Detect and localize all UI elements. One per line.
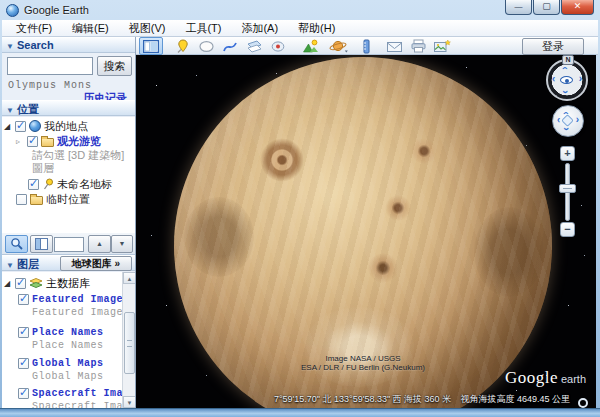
menu-view[interactable]: 视图(V) <box>119 21 176 36</box>
pan-hand-icon <box>561 114 574 127</box>
tree-item-temporary-places[interactable]: 临时位置 <box>16 192 90 206</box>
panel-icon <box>35 238 48 250</box>
search-history-item[interactable]: Olympus Mons <box>8 80 92 91</box>
print-button[interactable] <box>406 37 430 55</box>
menu-help[interactable]: 帮助(H) <box>288 21 345 36</box>
menu-add[interactable]: 添加(A) <box>231 21 288 36</box>
login-button[interactable]: 登录 <box>522 38 584 55</box>
primary-database-checkbox[interactable] <box>15 278 26 289</box>
zoom-in-button[interactable]: + <box>560 146 575 161</box>
tree-item-unnamed-placemark[interactable]: 未命名地标 <box>28 177 112 191</box>
window-title: Google Earth <box>24 4 89 16</box>
attribution-line1: Image NASA / USGS <box>253 354 473 363</box>
places-tree: ◢ 我的地点 ▹ 观光游览 請勾選 [3D 建築物] 圖層 未命名地标 临时位置 <box>2 117 135 232</box>
layers-scrollbar[interactable]: ▲ ▼ <box>122 272 135 408</box>
maximize-button[interactable] <box>533 0 560 15</box>
menu-bar: 文件(F) 编辑(E) 视图(V) 工具(T) 添加(A) 帮助(H) <box>2 20 598 37</box>
search-places-button[interactable] <box>5 235 28 253</box>
my-places-checkbox[interactable] <box>15 121 26 132</box>
planet-icon <box>329 39 348 53</box>
zoom-slider-thumb[interactable] <box>559 184 576 193</box>
map-view[interactable]: Image NASA / USGS ESA / DLR / FU Berlin … <box>136 55 596 408</box>
minimize-button[interactable] <box>505 0 532 15</box>
main-toolbar: 登录 <box>136 37 598 55</box>
tree-item-primary-database[interactable]: ◢ 主数据库 <box>4 276 90 290</box>
tree-item-my-places[interactable]: ◢ 我的地点 <box>4 119 88 133</box>
scrollbar-thumb[interactable] <box>124 312 135 374</box>
zoom-out-button[interactable]: − <box>560 222 575 237</box>
expand-closed-icon[interactable]: ▹ <box>16 137 24 146</box>
placemark-checkbox[interactable] <box>28 179 39 190</box>
scroll-down-button[interactable]: ▼ <box>111 235 133 253</box>
move-down-arrow[interactable] <box>562 127 570 130</box>
layer-row[interactable]: Global Maps <box>18 356 104 370</box>
printer-icon <box>410 39 427 53</box>
layer-row[interactable]: Spacecraft Imagery <box>18 386 135 400</box>
close-button[interactable] <box>561 0 594 15</box>
path-icon <box>222 40 238 53</box>
expand-open-icon[interactable]: ◢ <box>4 279 12 288</box>
places-mini-toolbar: ▲ ▼ <box>2 232 135 255</box>
switch-planet-button[interactable] <box>326 37 350 55</box>
menu-file[interactable]: 文件(F) <box>6 21 62 36</box>
earth-gallery-button[interactable]: 地球图库 » <box>60 256 132 271</box>
search-button[interactable]: 搜索 <box>97 56 132 76</box>
panel-toggle-button[interactable] <box>30 235 53 253</box>
dark-terrain-feature <box>184 197 254 277</box>
email-button[interactable] <box>382 37 406 55</box>
record-tour-button[interactable] <box>266 37 290 55</box>
layer-checkbox[interactable] <box>18 358 29 369</box>
folder-icon <box>30 196 43 205</box>
layer-checkbox[interactable] <box>18 388 29 399</box>
sightseeing-checkbox[interactable] <box>27 136 38 147</box>
window-controls <box>505 0 594 15</box>
title-bar[interactable]: Google Earth <box>0 0 600 20</box>
look-down-arrow[interactable] <box>561 90 569 93</box>
move-joystick[interactable] <box>552 105 584 137</box>
places-filter-input[interactable] <box>54 237 84 252</box>
placemark-pin-icon <box>174 39 190 54</box>
scroll-up-button[interactable]: ▲ <box>88 235 111 253</box>
search-input[interactable] <box>7 57 93 75</box>
historical-imagery-button[interactable] <box>298 37 322 55</box>
sidebar-toggle-button[interactable] <box>139 37 163 55</box>
ruler-button[interactable] <box>354 37 378 55</box>
layer-checkbox[interactable] <box>18 327 29 338</box>
north-indicator[interactable]: N <box>562 55 574 65</box>
email-icon <box>386 40 403 53</box>
save-image-button[interactable] <box>430 37 454 55</box>
expand-open-icon[interactable]: ◢ <box>4 122 12 131</box>
tree-item-sightseeing[interactable]: ▹ 观光游览 <box>16 134 101 148</box>
map-attribution: Image NASA / USGS ESA / DLR / FU Berlin … <box>253 354 473 372</box>
layer-row[interactable]: Place Names <box>18 325 104 339</box>
layer-sub-row: Place Names <box>32 338 104 352</box>
layer-row[interactable]: Featured Images <box>18 292 130 306</box>
volcano-feature <box>368 253 398 283</box>
look-joystick[interactable] <box>546 59 588 101</box>
scrollbar-up-arrow[interactable]: ▲ <box>123 272 135 284</box>
add-path-button[interactable] <box>218 37 242 55</box>
look-up-arrow[interactable] <box>561 66 569 69</box>
move-right-arrow[interactable] <box>576 116 579 124</box>
add-placemark-button[interactable] <box>170 37 194 55</box>
sidebar-icon <box>143 40 159 53</box>
search-panel-header[interactable]: ▼Search <box>2 37 135 53</box>
look-left-arrow[interactable] <box>552 75 555 83</box>
add-polygon-button[interactable] <box>194 37 218 55</box>
olympus-mons-feature <box>260 138 304 182</box>
image-overlay-icon <box>246 39 263 53</box>
my-places-globe-icon <box>29 120 41 132</box>
look-right-arrow[interactable] <box>579 75 582 83</box>
scrollbar-down-arrow[interactable]: ▼ <box>123 396 135 408</box>
eye-altitude: 视角海拔高度 4649.45 公里 <box>460 393 570 406</box>
move-left-arrow[interactable] <box>557 116 560 124</box>
menu-edit[interactable]: 编辑(E) <box>62 21 119 36</box>
record-tour-icon <box>270 40 286 53</box>
add-image-overlay-button[interactable] <box>242 37 266 55</box>
dark-terrain-feature <box>474 207 544 297</box>
polygon-icon <box>198 40 215 53</box>
places-panel-header[interactable]: ▼位置 <box>2 100 135 116</box>
menu-tools[interactable]: 工具(T) <box>175 21 231 36</box>
temporary-places-checkbox[interactable] <box>16 194 27 205</box>
layer-checkbox[interactable] <box>18 294 29 305</box>
